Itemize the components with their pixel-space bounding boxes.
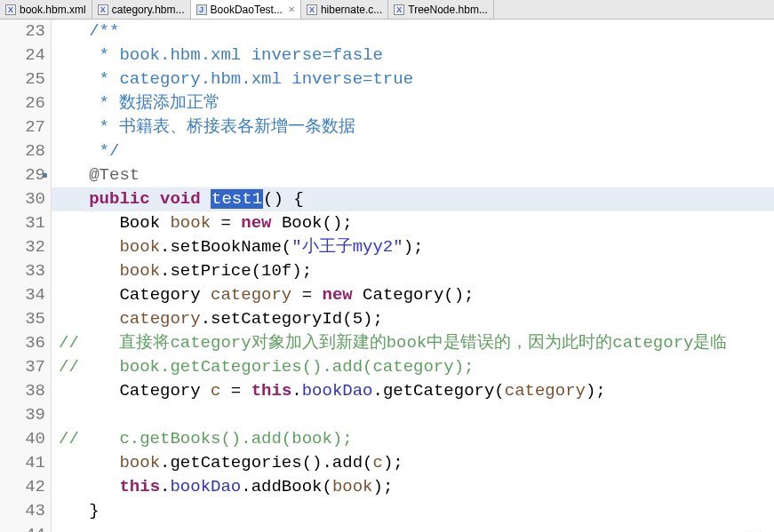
line-number: 33	[0, 259, 45, 283]
line-number: 27	[0, 115, 45, 139]
line-number: 37	[0, 355, 45, 379]
editor-area: 2324252627282930313233343536373839404142…	[0, 20, 774, 532]
code-line[interactable]: // book.getCategories().add(category);	[52, 355, 774, 379]
code-line[interactable]: * 书籍表、桥接表各新增一条数据	[52, 115, 774, 139]
code-line[interactable]: // 直接将category对象加入到新建的book中是错误的，因为此时的cat…	[52, 331, 774, 355]
line-number: 30	[0, 187, 45, 211]
xml-file-icon: X	[394, 4, 404, 15]
java-file-icon: J	[196, 4, 207, 15]
tab-4[interactable]: XTreeNode.hbm...	[388, 0, 494, 19]
line-number: 42	[0, 475, 45, 499]
code-line[interactable]: this.bookDao.addBook(book);	[52, 475, 774, 499]
line-number: 43	[0, 499, 45, 523]
line-number: 38	[0, 379, 45, 403]
code-line[interactable]: Category category = new Category();	[52, 283, 774, 307]
tab-0[interactable]: Xbook.hbm.xml	[0, 0, 92, 19]
tab-label: BookDaoTest...	[211, 4, 283, 16]
code-line[interactable]: * category.hbm.xml inverse=true	[52, 67, 774, 91]
code-line[interactable]: book.getCategories().add(c);	[52, 451, 774, 475]
tab-label: book.hbm.xml	[20, 4, 86, 16]
line-number: 44	[0, 523, 45, 532]
line-number: 23	[0, 20, 45, 44]
code-line[interactable]	[52, 403, 774, 427]
xml-file-icon: X	[5, 4, 16, 15]
code-line[interactable]: /**	[52, 20, 774, 44]
code-line[interactable]: Category c = this.bookDao.getCategory(ca…	[52, 379, 774, 403]
code-line[interactable]: }	[52, 499, 774, 523]
tab-2[interactable]: JBookDaoTest...✕	[191, 0, 301, 19]
line-number: 24	[0, 44, 45, 67]
line-number: 29	[0, 163, 45, 187]
line-number: 39	[0, 403, 45, 427]
line-number: 41	[0, 451, 45, 475]
code-line[interactable]: // c.getBooks().add(book);	[52, 427, 774, 451]
line-number: 26	[0, 91, 45, 115]
code-line[interactable]: public void test1() {	[52, 187, 774, 211]
code-line[interactable]: * 数据添加正常	[52, 91, 774, 115]
line-number: 25	[0, 67, 45, 91]
line-number: 40	[0, 427, 45, 451]
line-number: 32	[0, 235, 45, 259]
code-line[interactable]: Book book = new Book();	[52, 211, 774, 235]
tab-bar: Xbook.hbm.xmlXcategory.hbm...JBookDaoTes…	[0, 0, 774, 20]
line-number: 35	[0, 307, 45, 331]
code-line[interactable]: @Test	[52, 163, 774, 187]
line-number: 28	[0, 139, 45, 163]
line-number: 34	[0, 283, 45, 307]
tab-1[interactable]: Xcategory.hbm...	[92, 0, 191, 19]
line-number: 31	[0, 211, 45, 235]
selection: test1	[211, 189, 263, 209]
close-icon[interactable]: ✕	[288, 4, 295, 14]
code-line[interactable]: book.setPrice(10f);	[52, 259, 774, 283]
code-line[interactable]: */	[52, 139, 774, 163]
tab-label: category.hbm...	[112, 4, 185, 16]
line-number: 36	[0, 331, 45, 355]
tab-label: hibernate.c...	[321, 4, 382, 16]
line-number-gutter: 2324252627282930313233343536373839404142…	[0, 20, 52, 532]
tab-3[interactable]: Xhibernate.c...	[301, 0, 388, 19]
code-area[interactable]: /** * book.hbm.xml inverse=fasle * categ…	[52, 20, 774, 532]
code-line[interactable]: book.setBookName("小王子myy2");	[52, 235, 774, 259]
xml-file-icon: X	[98, 4, 108, 15]
tab-label: TreeNode.hbm...	[408, 4, 488, 16]
xml-file-icon: X	[307, 4, 317, 15]
code-line[interactable]: * book.hbm.xml inverse=fasle	[52, 44, 774, 67]
code-line[interactable]: category.setCategoryId(5);	[52, 307, 774, 331]
